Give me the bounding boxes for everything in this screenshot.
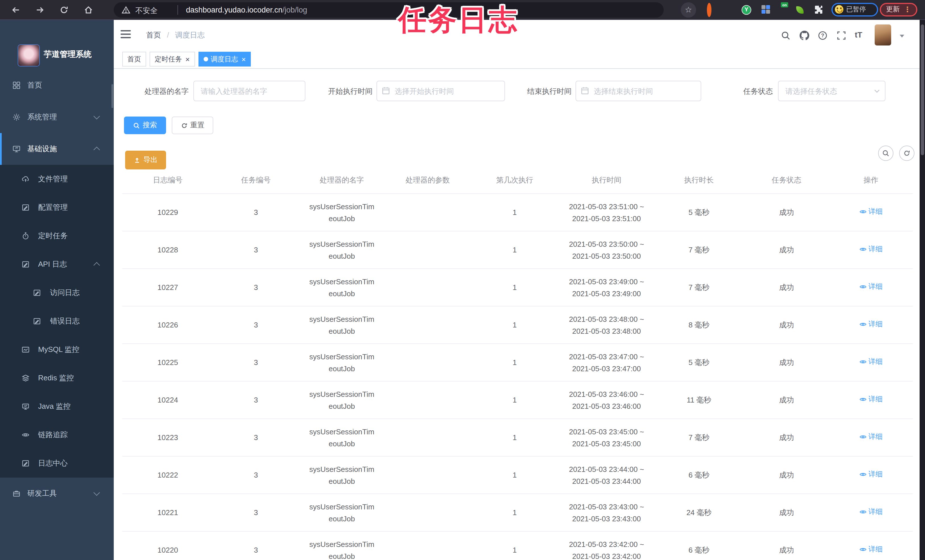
sidebar-item-7[interactable]: API 日志	[0, 250, 114, 278]
cell-execute-index: 1	[470, 206, 559, 218]
sidebar-item-10[interactable]: MySQL 监控	[0, 336, 114, 364]
cell-operation: 详细	[829, 543, 913, 557]
handler-name-input[interactable]	[193, 81, 306, 101]
sidebar-item-8[interactable]: 访问日志	[0, 278, 114, 307]
sidebar-item-12[interactable]: Java 监控	[0, 392, 114, 421]
search-icon[interactable]	[781, 31, 791, 41]
cell-handler-name: sysUserSessionTimeoutJob	[298, 313, 385, 337]
detail-link[interactable]: 详细	[859, 318, 883, 330]
cell-log-id: 10227	[122, 282, 213, 294]
forward-icon[interactable]	[35, 5, 45, 15]
toggle-search-round-button[interactable]	[878, 146, 893, 161]
sidebar-item-6[interactable]: 定时任务	[0, 222, 114, 250]
cell-execute-time: 2021-05-03 23:45:00 ~2021-05-03 23:45:00	[559, 426, 654, 449]
app-logo-row[interactable]: 芋道管理系统	[0, 20, 114, 69]
error-log-icon	[33, 317, 41, 325]
reload-icon[interactable]	[59, 5, 69, 15]
sidebar-item-15[interactable]: 研发工具	[0, 477, 114, 509]
cell-execute-time: 2021-05-03 23:48:00 ~2021-05-03 23:48:00	[559, 313, 654, 337]
help-icon[interactable]: ?	[818, 31, 827, 41]
fullscreen-icon[interactable]	[836, 31, 846, 41]
close-icon[interactable]: ×	[241, 56, 246, 63]
cell-status: 成功	[744, 469, 829, 481]
api-log-icon	[22, 260, 30, 268]
cell-execute-index: 1	[470, 394, 559, 406]
bookmark-star-icon[interactable]: ☆	[681, 2, 696, 18]
sidebar-item-5[interactable]: 配置管理	[0, 193, 114, 222]
sidebar-item-14[interactable]: 日志中心	[0, 449, 114, 477]
avatar-caret-down-icon[interactable]	[900, 35, 904, 38]
window-scrollbar-thumb[interactable]	[920, 24, 924, 155]
breadcrumb-home[interactable]: 首页	[146, 31, 161, 39]
end-time-input[interactable]	[575, 81, 701, 101]
column-header-8: 任务状态	[744, 175, 829, 185]
sidebar-toggle-icon[interactable]	[121, 30, 131, 39]
begin-time-picker[interactable]	[377, 81, 505, 101]
sidebar-item-4[interactable]: 文件管理	[0, 165, 114, 193]
main-area: 首页 / 调度日志 ? tT 首页定时任务×调度日志× 处理器的名字 开始执行时…	[114, 20, 920, 560]
detail-link[interactable]: 详细	[859, 468, 883, 480]
begin-time-input[interactable]	[377, 81, 505, 101]
chevron-down-icon	[873, 87, 881, 95]
tab-2[interactable]: 定时任务×	[149, 52, 195, 66]
cell-job-id: 3	[213, 282, 298, 294]
sidebar-item-1[interactable]: 首页	[0, 69, 114, 101]
url-text[interactable]: dashboard.yudao.iocoder.cn/job/log	[186, 5, 307, 14]
font-size-icon[interactable]: tT	[855, 30, 862, 39]
detail-link-label: 详细	[868, 468, 883, 480]
calendar-icon	[581, 86, 589, 95]
status-select-input[interactable]	[778, 81, 886, 101]
detail-link[interactable]: 详细	[859, 206, 883, 218]
refresh-round-button[interactable]	[899, 146, 914, 161]
cell-status: 成功	[744, 282, 829, 294]
security-label[interactable]: 不安全	[136, 6, 158, 16]
address-bar[interactable]: 不安全 dashboard.yudao.iocoder.cn/job/log	[114, 2, 664, 18]
status-select[interactable]	[778, 81, 886, 101]
profile-paused-chip[interactable]: 已暂停	[832, 3, 878, 16]
browser-update-button[interactable]: 更新 ⋮	[880, 3, 917, 16]
grid-extension-icon[interactable]	[761, 5, 770, 14]
detail-link[interactable]: 详细	[859, 506, 883, 518]
user-avatar[interactable]	[875, 24, 891, 45]
github-icon[interactable]	[800, 31, 809, 41]
cell-line: sysUserSessionTim	[298, 313, 385, 325]
end-time-picker[interactable]	[575, 81, 701, 101]
detail-link[interactable]: 详细	[859, 243, 883, 255]
search-button[interactable]: 搜索	[124, 117, 166, 134]
cell-handler-name: sysUserSessionTimeoutJob	[298, 200, 385, 224]
detail-link[interactable]: 详细	[859, 543, 883, 555]
reset-button-label: 重置	[190, 120, 205, 130]
detail-link[interactable]: 详细	[859, 356, 883, 368]
chevron-up-icon	[93, 262, 100, 269]
window-scrollbar[interactable]	[920, 20, 925, 560]
green-circle-extension-icon[interactable]: Y	[741, 5, 751, 15]
browser-menu-dots-icon[interactable]: ⋮	[904, 5, 911, 14]
emoji-avatar-icon	[835, 5, 844, 14]
leaf-extension-icon[interactable]	[796, 6, 804, 14]
eye-icon	[859, 396, 867, 403]
sidebar-item-11[interactable]: Redis 监控	[0, 364, 114, 392]
cell-line: 2021-05-03 23:45:00 ~	[559, 426, 654, 438]
reset-button[interactable]: 重置	[172, 117, 213, 134]
tab-1[interactable]: 首页	[122, 52, 146, 66]
orange-ring-extension-icon[interactable]	[707, 5, 711, 15]
detail-link[interactable]: 详细	[859, 431, 883, 443]
detail-link[interactable]: 详细	[859, 393, 883, 405]
detail-link[interactable]: 详细	[859, 281, 883, 293]
sidebar-item-3[interactable]: 基础设施	[0, 133, 114, 165]
back-icon[interactable]	[11, 5, 21, 15]
sidebar-item-13[interactable]: 链路追踪	[0, 421, 114, 449]
sidebar-item-label: 日志中心	[38, 458, 68, 468]
home-icon[interactable]	[84, 5, 93, 15]
eye-icon	[859, 508, 867, 516]
puzzle-extensions-icon[interactable]	[814, 5, 823, 14]
orange-ring-glyph	[707, 3, 711, 17]
tab-3[interactable]: 调度日志×	[198, 52, 251, 66]
cell-line: 2021-05-03 23:50:00	[559, 250, 654, 262]
close-icon[interactable]: ×	[185, 56, 190, 63]
monitor-icon	[12, 145, 21, 153]
sidebar-item-9[interactable]: 错误日志	[0, 307, 114, 336]
export-button[interactable]: 导出	[125, 151, 166, 169]
sidebar-item-2[interactable]: 系统管理	[0, 101, 114, 133]
sidebar-item-label: Redis 监控	[38, 373, 74, 383]
